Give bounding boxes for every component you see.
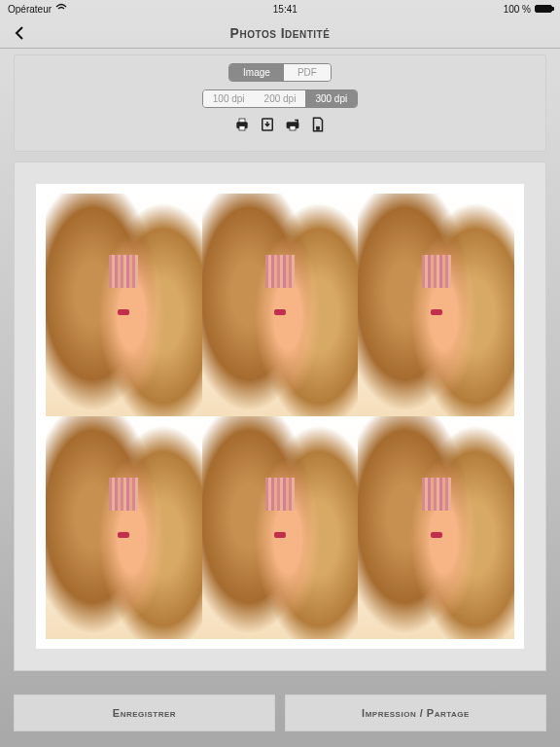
status-bar: Opérateur 15:41 100 %: [0, 0, 560, 18]
battery-percent: 100 %: [504, 4, 531, 15]
photo-cell: [358, 194, 514, 416]
battery-icon: [535, 5, 552, 13]
format-pdf[interactable]: PDF: [284, 64, 331, 81]
save-button[interactable]: Enregistrer: [14, 694, 275, 731]
format-image[interactable]: Image: [229, 64, 284, 81]
bottom-buttons: Enregistrer Impression / Partage: [14, 694, 546, 731]
photo-sheet: [36, 184, 524, 649]
dpi-300[interactable]: 300 dpi: [305, 90, 357, 107]
svg-rect-5: [290, 126, 296, 131]
back-button[interactable]: [8, 21, 31, 45]
wifi-icon: [55, 3, 67, 15]
clock: 15:41: [273, 4, 298, 15]
printer-icon[interactable]: [233, 116, 251, 137]
photo-cell: [46, 194, 202, 416]
preview-panel: [14, 161, 546, 671]
dpi-200[interactable]: 200 dpi: [255, 90, 306, 107]
toolbar-icons: [233, 116, 327, 137]
carrier-label: Opérateur: [8, 4, 52, 15]
download-icon[interactable]: [259, 116, 276, 137]
print-share-icon[interactable]: [284, 116, 301, 137]
photo-cell: [202, 194, 359, 416]
dpi-100[interactable]: 100 dpi: [203, 90, 255, 107]
svg-rect-6: [317, 126, 320, 129]
controls-panel: Image PDF 100 dpi 200 dpi 300 dpi: [14, 54, 546, 152]
nav-bar: Photos Identité: [0, 18, 560, 49]
photo-cell: [202, 416, 359, 639]
format-segment: Image PDF: [228, 63, 332, 82]
svg-rect-1: [239, 119, 245, 123]
dpi-segment: 100 dpi 200 dpi 300 dpi: [202, 89, 358, 108]
save-file-icon[interactable]: [309, 116, 327, 137]
svg-rect-2: [239, 126, 245, 131]
page-title: Photos Identité: [230, 25, 331, 41]
photo-cell: [358, 416, 514, 639]
photo-cell: [46, 416, 202, 639]
print-share-button[interactable]: Impression / Partage: [285, 694, 546, 731]
